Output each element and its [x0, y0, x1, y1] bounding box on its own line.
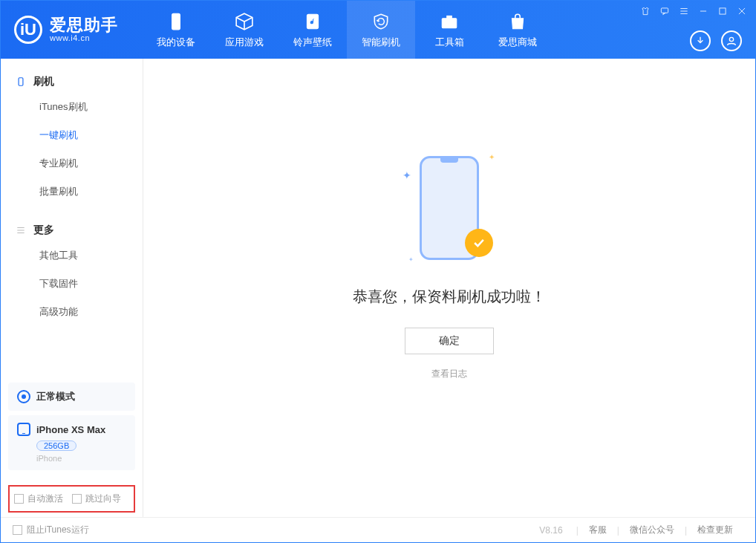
svg-rect-2	[442, 18, 457, 27]
shopping-bag-icon	[507, 11, 528, 32]
mode-icon	[17, 390, 30, 403]
device-capacity-badge: 256GB	[36, 440, 76, 451]
checkbox-skip-guide[interactable]: 跳过向导	[72, 492, 121, 505]
sidebar-group-flash: 刷机	[1, 71, 143, 93]
sidebar-device-card[interactable]: iPhone XS Max 256GB iPhone	[8, 415, 135, 470]
svg-rect-0	[172, 13, 180, 30]
app-domain: www.i4.cn	[50, 33, 118, 42]
checkbox-auto-activate[interactable]: 自动激活	[14, 492, 63, 505]
top-tabs: 我的设备 应用游戏 铃声壁纸 智能刷机 工具箱 爱思商城	[142, 1, 552, 59]
user-profile-icon[interactable]	[721, 30, 742, 51]
briefcase-icon	[439, 11, 460, 32]
checkbox-icon	[72, 494, 82, 504]
sidebar-group-more: 更多	[1, 219, 143, 241]
tab-store[interactable]: 爱思商城	[483, 1, 552, 59]
main-content: ✦ ✦ ✦ 恭喜您，保资料刷机成功啦！ 确定 查看日志	[143, 59, 755, 517]
device-type-label: iPhone	[36, 454, 126, 463]
svg-rect-3	[447, 16, 452, 18]
sparkle-icon: ✦	[408, 256, 414, 263]
view-log-link[interactable]: 查看日志	[431, 368, 467, 380]
svg-rect-4	[661, 8, 668, 13]
music-file-icon	[302, 11, 323, 32]
sidebar-item-batch-flash[interactable]: 批量刷机	[1, 178, 143, 206]
app-name: 爱思助手	[50, 17, 118, 33]
sidebar-item-other-tools[interactable]: 其他工具	[1, 241, 143, 270]
device-icon	[17, 423, 30, 436]
sidebar-item-download-firmware[interactable]: 下载固件	[1, 270, 143, 298]
footer-link-update[interactable]: 检查更新	[687, 524, 743, 536]
footer-link-support[interactable]: 客服	[579, 524, 617, 536]
sparkle-icon: ✦	[489, 153, 495, 161]
menu-icon[interactable]	[678, 5, 690, 17]
svg-rect-7	[19, 78, 23, 86]
sidebar-item-pro-flash[interactable]: 专业刷机	[1, 149, 143, 178]
sidebar-item-one-key-flash[interactable]: 一键刷机	[1, 121, 143, 149]
sidebar-item-advanced[interactable]: 高级功能	[1, 298, 143, 326]
tab-my-device[interactable]: 我的设备	[142, 1, 210, 59]
header-bar: iU 爱思助手 www.i4.cn 我的设备 应用游戏 铃声壁纸 智能刷机	[1, 1, 755, 59]
phone-illustration: ✦ ✦ ✦	[401, 152, 498, 270]
minimize-icon[interactable]	[697, 5, 709, 17]
confirm-button[interactable]: 确定	[405, 328, 494, 354]
phone-icon	[166, 11, 186, 32]
list-small-icon	[16, 225, 26, 235]
close-icon[interactable]	[736, 5, 748, 17]
svg-point-6	[729, 37, 733, 41]
svg-rect-5	[720, 8, 726, 14]
logo-icon: iU	[14, 16, 42, 44]
footer-bar: 阻止iTunes运行 V8.16 | 客服 | 微信公众号 | 检查更新	[1, 517, 755, 542]
feedback-icon[interactable]	[659, 5, 671, 17]
cube-icon	[234, 11, 255, 32]
device-small-icon	[16, 77, 26, 87]
sidebar-item-itunes-flash[interactable]: iTunes刷机	[1, 93, 143, 121]
tab-smart-flash[interactable]: 智能刷机	[347, 1, 415, 59]
refresh-shield-icon	[371, 11, 391, 32]
header-right-actions	[690, 30, 742, 51]
success-message: 恭喜您，保资料刷机成功啦！	[353, 287, 546, 307]
checkbox-icon	[14, 494, 24, 504]
footer-link-wechat[interactable]: 微信公众号	[619, 524, 685, 536]
tab-toolbox[interactable]: 工具箱	[415, 1, 483, 59]
maximize-icon[interactable]	[717, 5, 729, 17]
tshirt-icon[interactable]	[639, 5, 651, 17]
download-button-icon[interactable]	[690, 30, 711, 51]
device-name: iPhone XS Max	[36, 424, 105, 435]
success-check-icon	[465, 229, 493, 257]
app-window: iU 爱思助手 www.i4.cn 我的设备 应用游戏 铃声壁纸 智能刷机	[0, 0, 756, 543]
app-logo: iU 爱思助手 www.i4.cn	[1, 1, 142, 59]
sparkle-icon: ✦	[403, 169, 411, 181]
sidebar-mode-status[interactable]: 正常模式	[8, 383, 135, 411]
tab-apps-games[interactable]: 应用游戏	[210, 1, 278, 59]
window-controls	[639, 5, 748, 17]
sidebar: 刷机 iTunes刷机 一键刷机 专业刷机 批量刷机 更多 其他工具 下载固件 …	[1, 59, 143, 517]
checkbox-icon	[13, 525, 22, 535]
body-area: 刷机 iTunes刷机 一键刷机 专业刷机 批量刷机 更多 其他工具 下载固件 …	[1, 59, 755, 517]
checkbox-block-itunes[interactable]: 阻止iTunes运行	[13, 524, 89, 536]
tab-ringtone-wallpaper[interactable]: 铃声壁纸	[278, 1, 347, 59]
sidebar-checkbox-group: 自动激活 跳过向导	[8, 485, 135, 513]
version-label: V8.16	[539, 525, 562, 536]
